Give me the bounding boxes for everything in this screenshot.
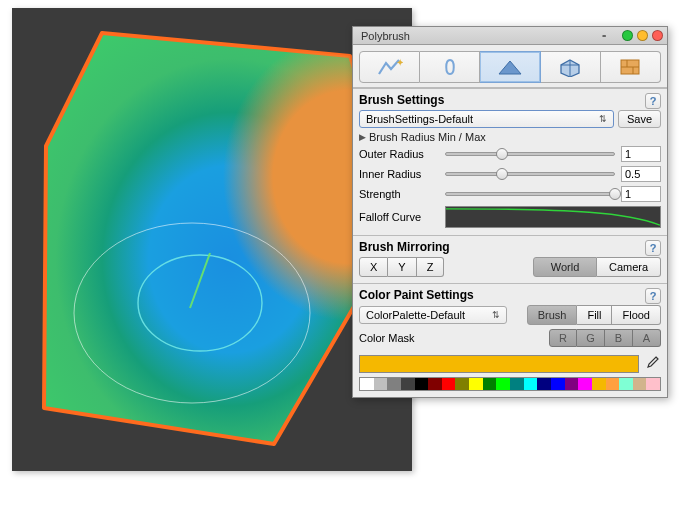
palette-swatch[interactable] xyxy=(374,378,388,390)
tool-prefab[interactable] xyxy=(541,51,601,83)
palette-swatch[interactable] xyxy=(606,378,620,390)
brush-settings-heading: Brush Settings xyxy=(359,93,661,107)
palette-swatch[interactable] xyxy=(619,378,633,390)
tool-sculpt[interactable]: ✦ xyxy=(359,51,420,83)
mirror-x[interactable]: X xyxy=(359,257,388,277)
palette-swatch[interactable] xyxy=(524,378,538,390)
color-heading: Color Paint Settings xyxy=(359,288,661,302)
space-camera[interactable]: Camera xyxy=(597,257,661,277)
polybrush-panel: Polybrush ••• ✦ Brush Settings ? xyxy=(352,26,668,398)
falloff-label: Falloff Curve xyxy=(359,211,439,223)
strength-label: Strength xyxy=(359,188,439,200)
palette-swatch[interactable] xyxy=(401,378,415,390)
tool-texture[interactable] xyxy=(601,51,661,83)
svg-marker-1 xyxy=(44,33,402,444)
palette-swatch[interactable] xyxy=(592,378,606,390)
palette-swatch[interactable] xyxy=(428,378,442,390)
palette-dropdown[interactable]: ColorPalette-Default ⇅ xyxy=(359,306,507,324)
svg-text:✦: ✦ xyxy=(396,57,403,68)
outer-radius-field[interactable]: 1 xyxy=(621,146,661,162)
palette-swatch[interactable] xyxy=(646,378,660,390)
svg-marker-6 xyxy=(499,61,521,74)
help-button[interactable]: ? xyxy=(645,288,661,304)
palette-swatch[interactable] xyxy=(633,378,647,390)
help-button[interactable]: ? xyxy=(645,93,661,109)
chevron-updown-icon: ⇅ xyxy=(599,114,607,124)
brush-preset-dropdown[interactable]: BrushSettings-Default ⇅ xyxy=(359,110,614,128)
mode-fill[interactable]: Fill xyxy=(577,305,612,325)
mode-toolbar: ✦ xyxy=(353,45,667,88)
mirroring-section: Brush Mirroring ? X Y Z World Camera xyxy=(353,235,667,283)
mask-g[interactable]: G xyxy=(577,329,605,347)
radius-foldout[interactable]: ▶ Brush Radius Min / Max xyxy=(359,131,661,143)
color-mask-label: Color Mask xyxy=(359,332,549,344)
mask-r[interactable]: R xyxy=(549,329,577,347)
mirror-y[interactable]: Y xyxy=(388,257,416,277)
palette-swatch[interactable] xyxy=(496,378,510,390)
eyedropper-icon[interactable] xyxy=(643,356,661,372)
palette-swatch[interactable] xyxy=(483,378,497,390)
tool-paint[interactable] xyxy=(480,51,540,83)
strength-field[interactable]: 1 xyxy=(621,186,661,202)
minimize-icon[interactable] xyxy=(622,30,633,41)
palette-swatch[interactable] xyxy=(537,378,551,390)
palette-swatch[interactable] xyxy=(551,378,565,390)
options-icon[interactable]: ••• xyxy=(602,31,614,40)
help-button[interactable]: ? xyxy=(645,240,661,256)
mode-brush[interactable]: Brush xyxy=(527,305,578,325)
mask-b[interactable]: B xyxy=(605,329,633,347)
outer-radius-label: Outer Radius xyxy=(359,148,439,160)
brush-settings-section: Brush Settings ? BrushSettings-Default ⇅… xyxy=(353,88,667,235)
mirroring-heading: Brush Mirroring xyxy=(359,240,661,254)
space-world[interactable]: World xyxy=(533,257,597,277)
palette-swatch[interactable] xyxy=(565,378,579,390)
active-color-swatch[interactable] xyxy=(359,355,639,373)
mask-a[interactable]: A xyxy=(633,329,661,347)
color-section: Color Paint Settings ? ColorPalette-Defa… xyxy=(353,283,667,397)
mirror-z[interactable]: Z xyxy=(417,257,445,277)
close-icon[interactable] xyxy=(652,30,663,41)
palette-swatch[interactable] xyxy=(360,378,374,390)
titlebar[interactable]: Polybrush ••• xyxy=(353,27,667,45)
palette-swatch[interactable] xyxy=(578,378,592,390)
inner-radius-field[interactable]: 0.5 xyxy=(621,166,661,182)
mode-flood[interactable]: Flood xyxy=(612,305,661,325)
inner-radius-label: Inner Radius xyxy=(359,168,439,180)
chevron-right-icon: ▶ xyxy=(359,132,366,142)
falloff-curve[interactable] xyxy=(445,206,661,228)
save-button[interactable]: Save xyxy=(618,110,661,128)
window-title: Polybrush xyxy=(357,30,602,42)
palette-swatch[interactable] xyxy=(510,378,524,390)
palette-swatch[interactable] xyxy=(455,378,469,390)
strength-slider[interactable] xyxy=(445,192,615,196)
palette-swatch[interactable] xyxy=(442,378,456,390)
tool-smooth[interactable] xyxy=(420,51,480,83)
maximize-icon[interactable] xyxy=(637,30,648,41)
palette-swatch[interactable] xyxy=(469,378,483,390)
palette-swatch[interactable] xyxy=(387,378,401,390)
palette-swatch[interactable] xyxy=(415,378,429,390)
palette-swatches[interactable] xyxy=(359,377,661,391)
inner-radius-slider[interactable] xyxy=(445,172,615,176)
outer-radius-slider[interactable] xyxy=(445,152,615,156)
chevron-updown-icon: ⇅ xyxy=(492,310,500,320)
